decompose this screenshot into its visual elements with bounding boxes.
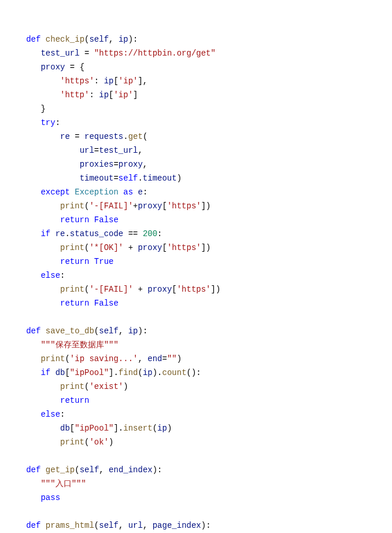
code-line: return False [12,215,119,225]
paren: ( [143,132,147,141]
param: end_index [109,465,153,475]
op: = [80,49,94,58]
kw-def: def [26,326,40,336]
code-line: """入口""" [12,479,86,488]
op: = [113,174,118,183]
method: insert [123,424,152,433]
param-self: self [99,521,119,530]
code-line: else: [12,410,65,419]
blank-line [12,313,16,322]
string: 'exist' [89,382,123,391]
prop: timeout [143,174,177,183]
blank-line [12,507,16,516]
paren: ( [65,354,69,363]
index: 'https' [177,285,211,294]
colon: : [60,410,65,419]
param-self: self [89,35,109,44]
obj: re [56,229,65,238]
index: 'https' [167,243,201,252]
colon: : [143,188,147,197]
code-line: print('*[OK]' + proxy['https']) [12,243,211,252]
kw-else: else [40,271,60,280]
fn-print: print [60,285,84,294]
const-false: False [94,215,119,225]
bracket: ]. [113,424,123,433]
code-line: print('ip saving...', end="") [12,354,182,363]
bracket: ]) [201,201,211,211]
paren: ( [153,424,157,433]
code-line: def get_ip(self, end_index): [12,465,162,475]
var: proxy [138,201,162,211]
op: = [162,354,167,363]
paren: ( [138,368,143,377]
op: + [133,285,147,294]
param-self: self [80,465,99,475]
string: '-[FAIL]' [89,201,133,211]
method: find [119,368,138,377]
fn-name: check_ip [46,35,84,44]
var: test_url [40,49,79,58]
code-line: proxy = { [12,63,84,72]
var: re [60,132,70,141]
var: proxy [147,285,172,294]
bracket: [ [172,285,176,294]
brace: } [40,104,45,113]
dot: . [65,229,69,238]
val: proxy [119,160,143,169]
op: = [70,132,84,141]
colon: : [157,229,162,238]
dot: . [138,174,142,183]
dot: . [123,132,128,141]
code-line: timeout=self.timeout) [12,174,182,183]
const-false: False [94,299,119,308]
code-line: return False [12,299,119,308]
colon: : [60,271,65,280]
code-line: re = requests.get( [12,132,147,141]
string: 'ok' [89,438,109,447]
code-line: 'https': ip['ip'], [12,76,147,86]
string: "" [167,354,177,363]
kw-return: return [60,299,89,308]
index: 'https' [167,201,201,211]
paren: ) [123,382,128,391]
var: ip [104,76,114,86]
code-block: def check_ip(self, ip): test_url = "http… [12,32,392,533]
code-line: return [12,396,89,405]
kw-as: as [123,188,133,197]
bracket: ]) [211,285,221,294]
obj: db [56,368,65,377]
paren: ) [109,438,113,447]
docstring: """入口""" [40,479,86,488]
code-line: def save_to_db(self, ip): [12,326,147,336]
code-line: print('ok') [12,438,113,447]
bracket: [ [65,368,69,377]
const-true: True [94,257,114,266]
string: '*[OK]' [89,243,123,252]
exception: Exception [75,188,119,197]
op: ] [133,90,138,100]
fn-print: print [60,201,84,211]
val: test_url [99,146,138,155]
paren: (): [187,368,201,377]
fn-print: print [60,382,84,391]
fn-name: prams_html [46,521,94,530]
paren: ) [167,424,172,433]
var: proxy [40,63,65,72]
arg: url [80,146,94,155]
bracket: [ [70,424,75,433]
kw-def: def [26,521,40,530]
bracket: ]) [201,243,211,252]
op: : [89,90,99,100]
self: self [119,174,138,183]
op: + [123,243,138,252]
comma: , [138,146,142,155]
kw-else: else [40,410,60,419]
code-line: url=test_url, [12,146,143,155]
colon: : [56,118,60,127]
bracket: ]. [109,368,119,377]
param: ip [128,326,138,336]
comma: , [143,160,147,169]
op: = [113,160,118,169]
code-line: print('-[FAIL]' + proxy['https']) [12,285,220,294]
blank-line [12,451,16,461]
